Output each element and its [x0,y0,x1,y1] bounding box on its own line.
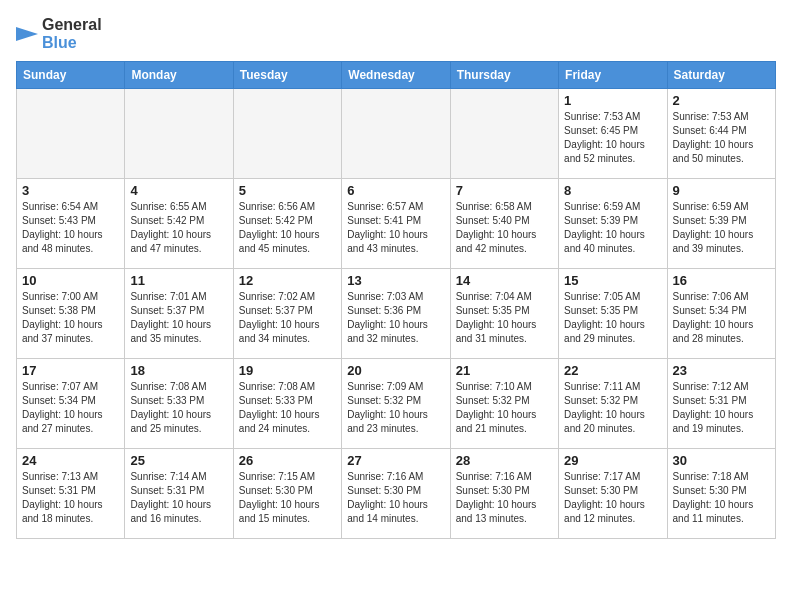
day-number: 30 [673,453,770,468]
day-number: 23 [673,363,770,378]
day-number: 26 [239,453,336,468]
calendar-cell: 10Sunrise: 7:00 AM Sunset: 5:38 PM Dayli… [17,269,125,359]
day-number: 16 [673,273,770,288]
logo-general: General [42,16,102,34]
day-info: Sunrise: 7:04 AM Sunset: 5:35 PM Dayligh… [456,290,553,346]
day-number: 3 [22,183,119,198]
day-number: 21 [456,363,553,378]
calendar-cell: 25Sunrise: 7:14 AM Sunset: 5:31 PM Dayli… [125,449,233,539]
day-info: Sunrise: 7:15 AM Sunset: 5:30 PM Dayligh… [239,470,336,526]
logo-blue: Blue [42,34,102,52]
calendar-cell: 3Sunrise: 6:54 AM Sunset: 5:43 PM Daylig… [17,179,125,269]
calendar-cell: 23Sunrise: 7:12 AM Sunset: 5:31 PM Dayli… [667,359,775,449]
day-number: 20 [347,363,444,378]
header-wednesday: Wednesday [342,62,450,89]
header-sunday: Sunday [17,62,125,89]
day-info: Sunrise: 7:14 AM Sunset: 5:31 PM Dayligh… [130,470,227,526]
day-number: 14 [456,273,553,288]
calendar-row: 3Sunrise: 6:54 AM Sunset: 5:43 PM Daylig… [17,179,776,269]
day-info: Sunrise: 6:59 AM Sunset: 5:39 PM Dayligh… [564,200,661,256]
header-saturday: Saturday [667,62,775,89]
day-info: Sunrise: 7:53 AM Sunset: 6:45 PM Dayligh… [564,110,661,166]
calendar-row: 10Sunrise: 7:00 AM Sunset: 5:38 PM Dayli… [17,269,776,359]
calendar-cell [17,89,125,179]
day-number: 18 [130,363,227,378]
day-number: 19 [239,363,336,378]
day-info: Sunrise: 7:18 AM Sunset: 5:30 PM Dayligh… [673,470,770,526]
day-info: Sunrise: 7:02 AM Sunset: 5:37 PM Dayligh… [239,290,336,346]
day-info: Sunrise: 7:12 AM Sunset: 5:31 PM Dayligh… [673,380,770,436]
svg-marker-0 [16,27,38,41]
day-info: Sunrise: 7:13 AM Sunset: 5:31 PM Dayligh… [22,470,119,526]
day-number: 25 [130,453,227,468]
day-info: Sunrise: 7:07 AM Sunset: 5:34 PM Dayligh… [22,380,119,436]
day-info: Sunrise: 6:54 AM Sunset: 5:43 PM Dayligh… [22,200,119,256]
day-number: 22 [564,363,661,378]
page-header: GeneralBlue [16,16,776,51]
calendar-cell [342,89,450,179]
calendar-cell: 12Sunrise: 7:02 AM Sunset: 5:37 PM Dayli… [233,269,341,359]
calendar-cell: 1Sunrise: 7:53 AM Sunset: 6:45 PM Daylig… [559,89,667,179]
calendar-cell: 18Sunrise: 7:08 AM Sunset: 5:33 PM Dayli… [125,359,233,449]
day-number: 5 [239,183,336,198]
header-monday: Monday [125,62,233,89]
calendar-cell: 30Sunrise: 7:18 AM Sunset: 5:30 PM Dayli… [667,449,775,539]
day-info: Sunrise: 6:56 AM Sunset: 5:42 PM Dayligh… [239,200,336,256]
calendar-cell: 16Sunrise: 7:06 AM Sunset: 5:34 PM Dayli… [667,269,775,359]
day-info: Sunrise: 7:17 AM Sunset: 5:30 PM Dayligh… [564,470,661,526]
day-number: 9 [673,183,770,198]
calendar-cell: 24Sunrise: 7:13 AM Sunset: 5:31 PM Dayli… [17,449,125,539]
day-info: Sunrise: 6:58 AM Sunset: 5:40 PM Dayligh… [456,200,553,256]
calendar-table: SundayMondayTuesdayWednesdayThursdayFrid… [16,61,776,539]
calendar-cell: 29Sunrise: 7:17 AM Sunset: 5:30 PM Dayli… [559,449,667,539]
day-number: 8 [564,183,661,198]
day-number: 1 [564,93,661,108]
day-number: 7 [456,183,553,198]
calendar-cell: 8Sunrise: 6:59 AM Sunset: 5:39 PM Daylig… [559,179,667,269]
day-info: Sunrise: 7:16 AM Sunset: 5:30 PM Dayligh… [456,470,553,526]
day-info: Sunrise: 7:05 AM Sunset: 5:35 PM Dayligh… [564,290,661,346]
day-number: 10 [22,273,119,288]
day-info: Sunrise: 7:10 AM Sunset: 5:32 PM Dayligh… [456,380,553,436]
day-number: 13 [347,273,444,288]
calendar-cell: 19Sunrise: 7:08 AM Sunset: 5:33 PM Dayli… [233,359,341,449]
calendar-row: 1Sunrise: 7:53 AM Sunset: 6:45 PM Daylig… [17,89,776,179]
calendar-cell: 15Sunrise: 7:05 AM Sunset: 5:35 PM Dayli… [559,269,667,359]
day-info: Sunrise: 6:57 AM Sunset: 5:41 PM Dayligh… [347,200,444,256]
calendar-cell [125,89,233,179]
day-info: Sunrise: 7:11 AM Sunset: 5:32 PM Dayligh… [564,380,661,436]
day-number: 28 [456,453,553,468]
calendar-row: 17Sunrise: 7:07 AM Sunset: 5:34 PM Dayli… [17,359,776,449]
day-number: 2 [673,93,770,108]
calendar-cell: 20Sunrise: 7:09 AM Sunset: 5:32 PM Dayli… [342,359,450,449]
day-number: 4 [130,183,227,198]
logo: GeneralBlue [16,16,102,51]
day-info: Sunrise: 7:01 AM Sunset: 5:37 PM Dayligh… [130,290,227,346]
calendar-cell: 17Sunrise: 7:07 AM Sunset: 5:34 PM Dayli… [17,359,125,449]
day-number: 6 [347,183,444,198]
calendar-cell: 21Sunrise: 7:10 AM Sunset: 5:32 PM Dayli… [450,359,558,449]
day-info: Sunrise: 7:08 AM Sunset: 5:33 PM Dayligh… [239,380,336,436]
day-info: Sunrise: 6:59 AM Sunset: 5:39 PM Dayligh… [673,200,770,256]
calendar-cell: 13Sunrise: 7:03 AM Sunset: 5:36 PM Dayli… [342,269,450,359]
day-info: Sunrise: 7:08 AM Sunset: 5:33 PM Dayligh… [130,380,227,436]
day-number: 12 [239,273,336,288]
day-info: Sunrise: 7:16 AM Sunset: 5:30 PM Dayligh… [347,470,444,526]
calendar-cell: 9Sunrise: 6:59 AM Sunset: 5:39 PM Daylig… [667,179,775,269]
calendar-cell [450,89,558,179]
header-thursday: Thursday [450,62,558,89]
day-info: Sunrise: 6:55 AM Sunset: 5:42 PM Dayligh… [130,200,227,256]
day-number: 15 [564,273,661,288]
day-number: 11 [130,273,227,288]
day-info: Sunrise: 7:53 AM Sunset: 6:44 PM Dayligh… [673,110,770,166]
day-info: Sunrise: 7:09 AM Sunset: 5:32 PM Dayligh… [347,380,444,436]
calendar-cell: 5Sunrise: 6:56 AM Sunset: 5:42 PM Daylig… [233,179,341,269]
calendar-cell: 22Sunrise: 7:11 AM Sunset: 5:32 PM Dayli… [559,359,667,449]
day-info: Sunrise: 7:03 AM Sunset: 5:36 PM Dayligh… [347,290,444,346]
day-number: 17 [22,363,119,378]
day-info: Sunrise: 7:06 AM Sunset: 5:34 PM Dayligh… [673,290,770,346]
calendar-cell: 2Sunrise: 7:53 AM Sunset: 6:44 PM Daylig… [667,89,775,179]
day-number: 29 [564,453,661,468]
day-info: Sunrise: 7:00 AM Sunset: 5:38 PM Dayligh… [22,290,119,346]
calendar-cell: 6Sunrise: 6:57 AM Sunset: 5:41 PM Daylig… [342,179,450,269]
